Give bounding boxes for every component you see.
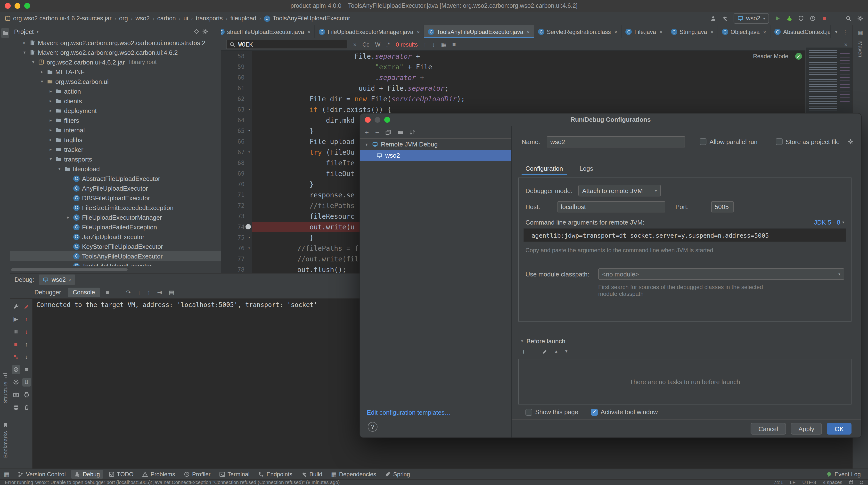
tab-configuration[interactable]: Configuration xyxy=(522,162,567,175)
editor-tab-fileuploadexecutormanager-java[interactable]: FileUploadExecutorManager.java× xyxy=(315,25,424,38)
inspections-ok-icon[interactable]: ✓ xyxy=(795,53,802,60)
zoom-dialog-button[interactable] xyxy=(384,117,390,123)
chevron-right-icon[interactable]: ▸ xyxy=(48,137,53,142)
tree-item-org-wso2-carbon-ui[interactable]: ▾org.wso2.carbon.ui xyxy=(10,77,221,86)
hidden-tabs-icon[interactable]: ▾ xyxy=(835,29,837,34)
cancel-button[interactable]: Cancel xyxy=(751,423,786,434)
editor-tab-stractfileuploadexecutor-java[interactable]: stractFileUploadExecutor.java× xyxy=(221,25,315,38)
tree-item-anyfileuploadexecutor[interactable]: AnyFileUploadExecutor xyxy=(10,183,221,193)
view-breakpoints-icon[interactable] xyxy=(11,353,20,361)
gutter[interactable]: 78 xyxy=(221,264,252,273)
breadcrumb-item-wso2[interactable]: wso2 xyxy=(135,15,150,22)
show-this-page-checkbox[interactable]: Show this page xyxy=(525,408,578,416)
chevron-right-icon[interactable]: ▸ xyxy=(48,128,53,132)
tree-group-remote-jvm-debug[interactable]: ▾ Remote JVM Debug xyxy=(360,139,512,150)
toolwindow-button-event-log[interactable]: Event Log xyxy=(823,470,864,479)
build-project-icon[interactable] xyxy=(722,15,728,21)
add-configuration-icon[interactable]: + xyxy=(365,129,369,135)
filter-search-icon[interactable]: ≡ xyxy=(453,41,456,47)
gutter[interactable]: 76▾ xyxy=(221,243,252,254)
line-ending[interactable]: LF xyxy=(790,480,796,485)
chevron-right-icon[interactable]: ▸ xyxy=(48,147,53,152)
panel-options-icon[interactable] xyxy=(202,29,208,34)
chevron-right-icon[interactable]: ▸ xyxy=(39,69,44,74)
tree-item-transports[interactable]: ▾transports xyxy=(10,154,221,164)
stop-icon[interactable]: ■ xyxy=(11,340,20,349)
toolwindow-button-todo[interactable]: TODO xyxy=(105,470,137,479)
search-everywhere-icon[interactable] xyxy=(846,15,851,21)
maven-tool-button[interactable]: Maven xyxy=(858,41,863,57)
toolwindow-button-problems[interactable]: Problems xyxy=(139,470,178,479)
move-down-icon[interactable]: ▼ xyxy=(564,350,568,354)
module-classpath-select[interactable]: <no module> ▾ xyxy=(598,268,844,280)
console-output[interactable]: Connected to the target VM, address: 'lo… xyxy=(36,301,317,309)
fold-icon[interactable]: ▾ xyxy=(246,104,252,115)
gutter[interactable]: 61 xyxy=(221,83,252,94)
close-icon[interactable]: × xyxy=(614,29,617,35)
toolwindow-button-profiler[interactable]: Profiler xyxy=(181,470,214,479)
close-icon[interactable]: × xyxy=(763,29,766,35)
gutter[interactable]: 62 xyxy=(221,94,252,104)
breadcrumb-item-org[interactable]: org xyxy=(119,15,128,22)
gutter[interactable]: 71 xyxy=(221,190,252,200)
gutter[interactable]: 66 xyxy=(221,136,252,147)
before-launch-section[interactable]: ▾ Before launch xyxy=(521,337,565,345)
debug-session-tab[interactable]: wso2 × xyxy=(39,274,75,285)
scroll-to-end-icon[interactable]: ⇊ xyxy=(22,378,31,387)
select-opened-file-icon[interactable] xyxy=(194,29,199,34)
zoom-window-button[interactable] xyxy=(24,3,30,9)
profiler-button[interactable] xyxy=(810,15,815,21)
camera-icon[interactable] xyxy=(11,390,20,399)
next-occurrence-icon[interactable]: ↓ xyxy=(432,41,435,47)
breadcrumb-item-fileupload[interactable]: fileupload xyxy=(230,15,256,22)
tree-item-action[interactable]: ▸action xyxy=(10,86,221,96)
chevron-right-icon[interactable]: ▸ xyxy=(48,98,53,103)
run-button[interactable] xyxy=(775,15,781,21)
minimap[interactable] xyxy=(805,47,852,119)
breadcrumb-item-org-wso2-carbon-ui-4-6-2-sources-jar[interactable]: org.wso2.carbon.ui-4.6.2-sources.jar xyxy=(5,15,112,22)
sort-configurations-icon[interactable] xyxy=(410,129,415,135)
pause-icon[interactable] xyxy=(11,327,20,336)
tree-item-clients[interactable]: ▸clients xyxy=(10,96,221,106)
breakpoint-dot[interactable] xyxy=(246,224,251,229)
printer-icon[interactable] xyxy=(11,403,20,412)
gutter[interactable]: 69 xyxy=(221,168,252,179)
select-all-occurrences-icon[interactable]: ▦ xyxy=(441,41,446,47)
tab-debugger[interactable]: Debugger xyxy=(30,287,66,297)
hide-panel-icon[interactable]: — xyxy=(211,29,217,34)
remote-jvm-args-field[interactable]: -agentlib:jdwp=transport=dt_socket,serve… xyxy=(524,228,846,242)
allow-parallel-run-checkbox[interactable]: Allow parallel run xyxy=(700,138,757,145)
horizontal-scrollbar[interactable] xyxy=(11,268,128,271)
gutter[interactable]: 73 xyxy=(221,211,252,222)
chevron-right-icon[interactable]: ▸ xyxy=(65,215,71,220)
breadcrumb-item-ui[interactable]: ui xyxy=(183,15,188,22)
gutter[interactable]: 63▾ xyxy=(221,104,252,115)
tab-logs[interactable]: Logs xyxy=(576,162,597,175)
store-as-project-file-checkbox[interactable]: Store as project file xyxy=(776,138,840,145)
toolwindow-button-version-control[interactable]: Version Control xyxy=(14,470,69,479)
gradle-tool-icon[interactable]: ▦ xyxy=(858,30,863,35)
coverage-button[interactable] xyxy=(798,15,804,21)
fold-icon[interactable]: ▾ xyxy=(246,126,252,136)
tree-item-maven-org-wso2-carbon-org-wso2-carbon-ui-menu-stratos-2[interactable]: ▸Maven: org.wso2.carbon:org.wso2.carbon.… xyxy=(10,38,221,47)
activate-tool-window-checkbox[interactable]: Activate tool window xyxy=(591,408,658,416)
previous-occurrence-icon[interactable]: ↑ xyxy=(424,41,427,47)
remove-configuration-icon[interactable]: − xyxy=(375,129,379,135)
match-case-toggle[interactable]: Cc xyxy=(363,41,369,47)
fold-icon[interactable]: ▾ xyxy=(246,243,252,254)
frame-up-icon[interactable]: ↑ xyxy=(22,340,31,349)
stop-button[interactable] xyxy=(822,15,827,21)
chevron-right-icon[interactable]: ▸ xyxy=(22,40,27,45)
editor-options-icon[interactable]: ⋮ xyxy=(842,29,848,35)
tree-item-filters[interactable]: ▸filters xyxy=(10,116,221,125)
editor-tab-servletregistration-class[interactable]: ServletRegistration.class× xyxy=(534,25,622,38)
chevron-down-icon[interactable]: ▾ xyxy=(57,166,62,171)
close-icon[interactable]: × xyxy=(527,29,530,35)
remove-task-icon[interactable]: − xyxy=(532,348,536,355)
step-out-icon[interactable]: ↑ xyxy=(148,289,150,295)
tree-item-filesizelimitexceededexception[interactable]: FileSizeLimitExceededException xyxy=(10,203,221,213)
close-icon[interactable]: × xyxy=(69,277,71,282)
chevron-down-icon[interactable]: ▾ xyxy=(22,50,27,55)
jdk-version-link[interactable]: JDK 5 - 8 ▾ xyxy=(814,219,844,226)
breadcrumb-item-transports[interactable]: transports xyxy=(196,15,223,22)
